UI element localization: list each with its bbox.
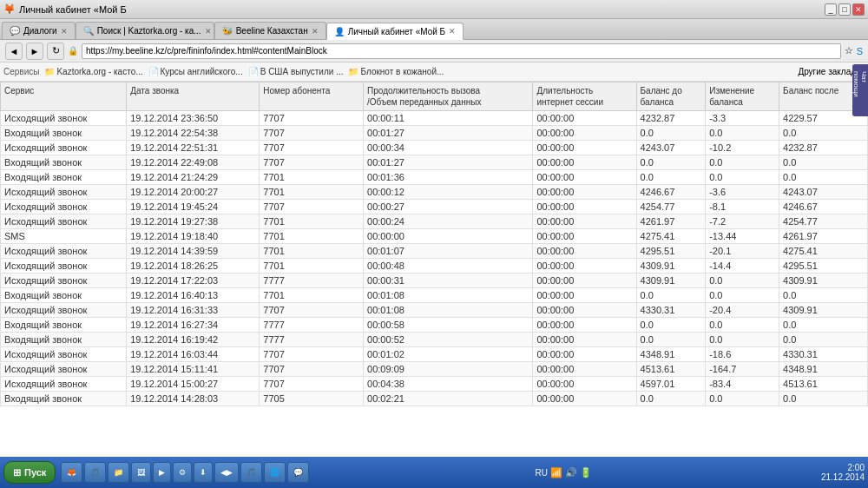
tab-beeline[interactable]: 🐝 Beeline Казахстан ✕ — [214, 22, 326, 39]
col-balance-change: Изменениебаланса — [706, 82, 779, 111]
clock-date: 21.12.2014 — [821, 472, 865, 482]
table-cell: 7707 — [260, 362, 364, 377]
refresh-button[interactable]: ↻ — [47, 43, 64, 60]
table-cell: 4275.41 — [779, 244, 868, 259]
table-cell: Входящий звонок — [1, 392, 127, 406]
table-cell: 0.0 — [779, 170, 868, 185]
table-cell: 19.12.2014 15:11:41 — [127, 362, 260, 377]
table-cell: 00:00:00 — [533, 377, 636, 392]
star-icon[interactable]: ☆ — [845, 45, 853, 56]
table-cell: 4275.41 — [636, 229, 706, 244]
forward-button[interactable]: ► — [26, 43, 43, 60]
url-bar[interactable] — [82, 43, 841, 59]
table-row: Входящий звонок19.12.2014 16:19:42777700… — [1, 333, 868, 347]
lang-indicator[interactable]: RU — [535, 468, 547, 478]
taskbar-icon-item11[interactable]: 💬 — [287, 462, 309, 483]
table-cell: 00:00:00 — [533, 347, 636, 362]
table-cell: 00:00:48 — [364, 259, 533, 274]
table-cell: Входящий звонок — [1, 126, 127, 141]
tab-close-icon[interactable]: ✕ — [449, 27, 456, 36]
chat-sidebar[interactable]: Чат помощи — [852, 64, 868, 116]
taskbar-icon-item9[interactable]: 🎵 — [240, 462, 262, 483]
taskbar-icon-item8[interactable]: ◀▶ — [214, 462, 239, 483]
table-row: Исходящий звонок19.12.2014 15:11:4177070… — [1, 362, 868, 377]
table-cell: 0.0 — [706, 392, 779, 406]
table-cell: Исходящий звонок — [1, 274, 127, 288]
tab-dialogi[interactable]: 💬 Диалоги ✕ — [2, 22, 76, 39]
table-cell: 00:01:36 — [364, 170, 533, 185]
table-cell: 4243.07 — [636, 141, 706, 155]
table-cell: Входящий звонок — [1, 333, 127, 347]
table-cell: 0.0 — [636, 126, 706, 141]
table-cell: 4261.97 — [636, 214, 706, 229]
taskbar-icon-item2[interactable]: 🎵 — [84, 462, 106, 483]
tab-kaztorka[interactable]: 🔍 Поиск | Kaztorka.org - ка... ✕ — [76, 22, 214, 39]
table-cell: 0.0 — [706, 333, 779, 347]
table-cell: 19.12.2014 16:27:34 — [127, 318, 260, 333]
table-row: Исходящий звонок19.12.2014 22:51:3177070… — [1, 141, 868, 155]
tab-close-icon[interactable]: ✕ — [61, 27, 68, 36]
table-cell: Исходящий звонок — [1, 214, 127, 229]
bookmark-usa[interactable]: 📄 В США выпустили ... — [248, 67, 344, 76]
table-cell: 00:00:00 — [533, 185, 636, 200]
bookmark-english[interactable]: 📄 Курсы английского... — [148, 67, 243, 76]
taskbar-icon-item6[interactable]: ⚙ — [173, 462, 192, 483]
table-cell: 7707 — [260, 303, 364, 318]
taskbar-icon-item4[interactable]: 🖼 — [131, 462, 151, 483]
table-cell: 0.0 — [706, 318, 779, 333]
bookmark-notepad[interactable]: 📁 Блокнот в кожаной... — [348, 67, 444, 76]
tab-icon: 🐝 — [222, 26, 233, 36]
table-cell: 0.0 — [636, 333, 706, 347]
table-cell: 7777 — [260, 333, 364, 347]
table-row: Исходящий звонок19.12.2014 19:27:3877010… — [1, 214, 868, 229]
taskbar-icon-item3[interactable]: 📁 — [108, 462, 129, 483]
table-cell: 7701 — [260, 229, 364, 244]
table-row: Входящий звонок19.12.2014 16:27:34777700… — [1, 318, 868, 333]
table-cell: -7.2 — [706, 214, 779, 229]
table-cell: 00:00:52 — [364, 333, 533, 347]
table-cell: 19.12.2014 19:18:40 — [127, 229, 260, 244]
taskbar-icon-item[interactable]: 🦊 — [61, 462, 82, 483]
tab-close-icon[interactable]: ✕ — [205, 27, 212, 36]
table-row: Входящий звонок19.12.2014 16:40:13770100… — [1, 288, 868, 303]
table-cell: -10.2 — [706, 141, 779, 155]
close-button[interactable]: ✕ — [852, 3, 865, 16]
back-button[interactable]: ◄ — [5, 43, 23, 60]
browser-icon: 🦊 — [3, 3, 16, 15]
taskbar-icon-item5[interactable]: ▶ — [153, 462, 171, 483]
table-cell: Исходящий звонок — [1, 362, 127, 377]
table-cell: 4295.51 — [779, 259, 868, 274]
tab-close-icon[interactable]: ✕ — [312, 27, 319, 36]
table-cell: 4246.67 — [636, 185, 706, 200]
bookmark-kaztorka[interactable]: 📁 Kaztorka.org - касто... — [44, 67, 142, 76]
minimize-button[interactable]: _ — [825, 3, 837, 16]
table-cell: 7777 — [260, 274, 364, 288]
table-cell: Исходящий звонок — [1, 200, 127, 214]
table-cell: 4597.01 — [636, 377, 706, 392]
table-cell: 19.12.2014 22:49:08 — [127, 155, 260, 170]
clock-time: 2:00 — [821, 463, 865, 472]
table-cell: 19.12.2014 20:00:27 — [127, 185, 260, 200]
taskbar-icon-item7[interactable]: ⬇ — [194, 462, 213, 483]
tab-label: Beeline Казахстан — [236, 26, 308, 36]
table-cell: 4309.91 — [636, 274, 706, 288]
volume-icon[interactable]: 🔊 — [565, 467, 577, 478]
tab-icon: 🔍 — [83, 26, 94, 36]
taskbar-clock[interactable]: 2:00 21.12.2014 — [821, 463, 865, 482]
taskbar-icon-item10[interactable]: 🌐 — [264, 462, 286, 483]
col-internet: Длительностьинтернет сессии — [533, 82, 636, 111]
table-cell: 7777 — [260, 318, 364, 333]
tab-lk[interactable]: 👤 Личный кабинет «Мой Б ✕ — [326, 23, 464, 40]
table-cell: Исходящий звонок — [1, 303, 127, 318]
table-cell: 7707 — [260, 377, 364, 392]
window-controls: _ □ ✕ — [825, 3, 865, 16]
table-cell: Исходящий звонок — [1, 244, 127, 259]
table-cell: 0.0 — [779, 392, 868, 406]
table-cell: 7701 — [260, 288, 364, 303]
start-button[interactable]: ⊞ Пуск — [3, 461, 56, 484]
maximize-button[interactable]: □ — [838, 3, 851, 16]
table-cell: Исходящий звонок — [1, 347, 127, 362]
table-cell: 00:00:31 — [364, 274, 533, 288]
table-cell: 0.0 — [779, 318, 868, 333]
table-cell: 7705 — [260, 392, 364, 406]
